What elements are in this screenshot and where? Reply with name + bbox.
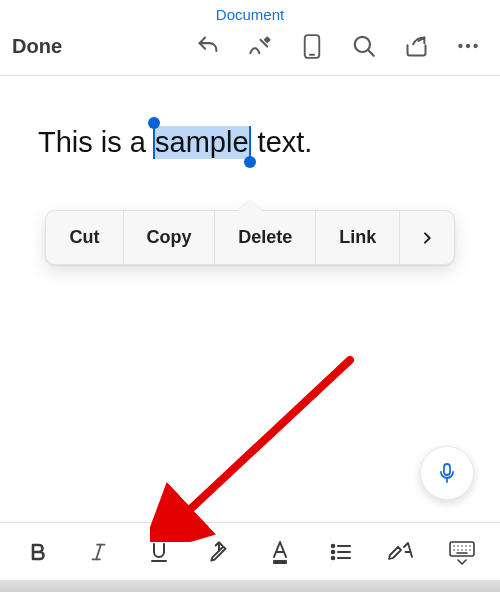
italic-icon [88,540,110,564]
highlighter-button[interactable] [200,532,240,572]
italic-button[interactable] [79,532,119,572]
underline-icon [147,540,171,564]
context-menu-more[interactable] [400,211,454,264]
undo-icon[interactable] [182,26,234,66]
svg-rect-13 [273,560,287,564]
svg-line-3 [368,50,373,55]
svg-point-16 [332,556,335,559]
dictate-button[interactable] [420,446,474,500]
chevron-right-icon [419,230,435,246]
selection-handle-start[interactable] [148,117,160,129]
context-menu-delete[interactable]: Delete [215,211,316,264]
format-toolbar [0,522,500,580]
svg-line-9 [96,544,101,559]
svg-point-4 [458,44,462,48]
context-menu: Cut Copy Delete Link [45,210,455,265]
font-color-button[interactable] [260,532,300,572]
done-button[interactable]: Done [10,31,64,62]
selected-text[interactable]: sample [154,126,250,159]
styles-format-icon [386,539,416,565]
svg-rect-7 [444,464,450,475]
bold-button[interactable] [18,532,58,572]
annotation-arrow [150,352,360,542]
microphone-icon [435,461,459,485]
context-menu-copy[interactable]: Copy [124,211,215,264]
context-menu-link[interactable]: Link [316,211,400,264]
document-title: Document [0,0,500,23]
share-icon[interactable] [390,26,442,66]
font-color-icon [268,539,292,565]
svg-point-14 [332,544,335,547]
context-menu-caret [238,201,262,211]
bold-icon [26,540,50,564]
text-after: text. [250,126,313,158]
context-menu-cut[interactable]: Cut [46,211,124,264]
svg-point-15 [332,550,335,553]
bullet-list-icon [328,540,354,564]
svg-line-33 [168,360,350,530]
search-icon[interactable] [338,26,390,66]
top-toolbar-icons [182,26,494,66]
document-canvas[interactable]: This is a sample text. [0,76,500,209]
text-before: This is a [38,126,154,158]
phone-icon[interactable] [286,26,338,66]
bottom-shadow [0,580,500,592]
underline-button[interactable] [139,532,179,572]
svg-point-6 [473,44,477,48]
header: Document Done [0,0,500,76]
svg-rect-20 [450,542,474,556]
text-line[interactable]: This is a sample text. [38,126,312,159]
draw-icon[interactable] [234,26,286,66]
keyboard-hide-button[interactable] [442,532,482,572]
keyboard-hide-icon [448,539,476,565]
more-icon[interactable] [442,26,494,66]
styles-format-button[interactable] [381,532,421,572]
svg-point-5 [466,44,470,48]
highlighter-icon [207,539,233,565]
top-toolbar: Done [0,23,500,69]
bullet-list-button[interactable] [321,532,361,572]
selection-handle-end[interactable] [244,156,256,168]
